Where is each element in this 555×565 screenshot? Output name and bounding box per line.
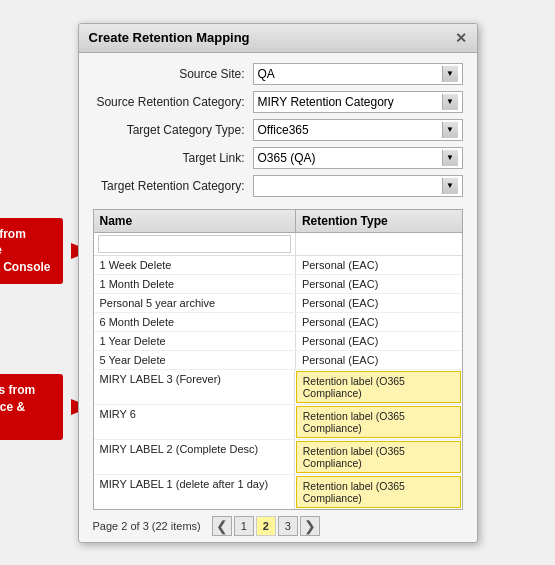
search-input[interactable] [98, 235, 291, 253]
annotation-bottom: Retention labels from O365 Compliance & … [0, 374, 63, 440]
table-row[interactable]: 1 Month DeletePersonal (EAC) [94, 275, 462, 294]
cell-type: Retention label (O365 Compliance) [296, 441, 461, 473]
table-row[interactable]: 5 Year DeletePersonal (EAC) [94, 351, 462, 370]
cell-name: MIRY LABEL 2 (Complete Desc) [94, 440, 295, 474]
table-row[interactable]: MIRY LABEL 1 (delete after 1 day)Retenti… [94, 475, 462, 509]
dialog-title-bar: Create Retention Mapping ✕ [79, 24, 477, 53]
search-row [94, 233, 462, 256]
cell-type: Retention label (O365 Compliance) [296, 476, 461, 508]
cell-name: 1 Month Delete [94, 275, 296, 293]
cell-type: Personal (EAC) [296, 332, 462, 350]
table-row[interactable]: Personal 5 year archivePersonal (EAC) [94, 294, 462, 313]
close-button[interactable]: ✕ [455, 30, 467, 46]
cell-name: 1 Week Delete [94, 256, 296, 274]
cell-type: Personal (EAC) [296, 256, 462, 274]
source-retention-control: MIRY Retention Category ▼ [253, 91, 463, 113]
cell-name: MIRY LABEL 1 (delete after 1 day) [94, 475, 295, 509]
annotations-container: Retention tags from O365 Exchange Admini… [0, 218, 63, 441]
cell-name: MIRY LABEL 3 (Forever) [94, 370, 295, 404]
cell-name: Personal 5 year archive [94, 294, 296, 312]
table-row[interactable]: MIRY LABEL 2 (Complete Desc)Retention la… [94, 440, 462, 475]
annotation-bottom-text: Retention labels from O365 Compliance & … [0, 383, 35, 431]
page-1-button[interactable]: 1 [234, 516, 254, 536]
pagination-text: Page 2 of 3 (22 items) [93, 520, 201, 532]
search-type-cell [296, 233, 462, 255]
source-site-control: QA ▼ [253, 63, 463, 85]
target-retention-select[interactable]: ▼ [253, 175, 463, 197]
source-retention-arrow: ▼ [442, 94, 458, 110]
cell-type: Personal (EAC) [296, 351, 462, 369]
next-page-button[interactable]: ❯ [300, 516, 320, 536]
prev-page-button[interactable]: ❮ [212, 516, 232, 536]
cell-name: 1 Year Delete [94, 332, 296, 350]
search-cell [94, 233, 296, 255]
table-rows: 1 Week DeletePersonal (EAC)1 Month Delet… [94, 256, 462, 509]
cell-type: Personal (EAC) [296, 294, 462, 312]
col-header-type: Retention Type [296, 210, 462, 232]
cell-name: 6 Month Delete [94, 313, 296, 331]
target-category-select[interactable]: Office365 ▼ [253, 119, 463, 141]
target-link-control: O365 (QA) ▼ [253, 147, 463, 169]
dialog: Create Retention Mapping ✕ Source Site: … [78, 23, 478, 543]
cell-name: 5 Year Delete [94, 351, 296, 369]
col-header-name: Name [94, 210, 296, 232]
source-site-value: QA [258, 67, 275, 81]
target-retention-arrow: ▼ [442, 178, 458, 194]
page-3-button[interactable]: 3 [278, 516, 298, 536]
cell-type: Retention label (O365 Compliance) [296, 371, 461, 403]
source-site-row: Source Site: QA ▼ [93, 63, 463, 85]
dialog-title-text: Create Retention Mapping [89, 30, 250, 45]
source-retention-label: Source Retention Category: [93, 95, 253, 109]
source-site-arrow: ▼ [442, 66, 458, 82]
source-site-label: Source Site: [93, 67, 253, 81]
target-category-value: Office365 [258, 123, 309, 137]
target-retention-label: Target Retention Category: [93, 179, 253, 193]
page-2-button[interactable]: 2 [256, 516, 276, 536]
target-category-control: Office365 ▼ [253, 119, 463, 141]
cell-type: Personal (EAC) [296, 313, 462, 331]
target-retention-row: Target Retention Category: ▼ [93, 175, 463, 197]
annotation-top: Retention tags from O365 Exchange Admini… [0, 218, 63, 284]
table-section: Name Retention Type 1 Week DeletePersona… [93, 209, 463, 510]
pagination: Page 2 of 3 (22 items) ❮ 1 2 3 ❯ [79, 510, 477, 542]
table-row[interactable]: MIRY LABEL 3 (Forever)Retention label (O… [94, 370, 462, 405]
cell-type: Personal (EAC) [296, 275, 462, 293]
table-container: Name Retention Type 1 Week DeletePersona… [93, 209, 463, 510]
target-link-row: Target Link: O365 (QA) ▼ [93, 147, 463, 169]
target-category-arrow: ▼ [442, 122, 458, 138]
target-link-select[interactable]: O365 (QA) ▼ [253, 147, 463, 169]
table-row[interactable]: 1 Year DeletePersonal (EAC) [94, 332, 462, 351]
source-retention-row: Source Retention Category: MIRY Retentio… [93, 91, 463, 113]
cell-type: Retention label (O365 Compliance) [296, 406, 461, 438]
target-link-label: Target Link: [93, 151, 253, 165]
table-row[interactable]: 1 Week DeletePersonal (EAC) [94, 256, 462, 275]
target-retention-control: ▼ [253, 175, 463, 197]
cell-name: MIRY 6 [94, 405, 295, 439]
annotation-top-text: Retention tags from O365 Exchange Admini… [0, 227, 51, 275]
source-retention-value: MIRY Retention Category [258, 95, 394, 109]
table-header: Name Retention Type [94, 210, 462, 233]
source-retention-select[interactable]: MIRY Retention Category ▼ [253, 91, 463, 113]
table-row[interactable]: MIRY 6Retention label (O365 Compliance) [94, 405, 462, 440]
target-link-arrow: ▼ [442, 150, 458, 166]
target-category-label: Target Category Type: [93, 123, 253, 137]
target-category-row: Target Category Type: Office365 ▼ [93, 119, 463, 141]
form-section: Source Site: QA ▼ Source Retention Categ… [79, 53, 477, 209]
target-link-value: O365 (QA) [258, 151, 316, 165]
source-site-select[interactable]: QA ▼ [253, 63, 463, 85]
table-row[interactable]: 6 Month DeletePersonal (EAC) [94, 313, 462, 332]
